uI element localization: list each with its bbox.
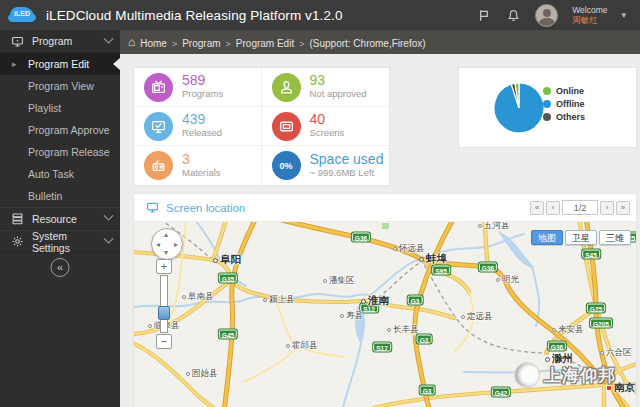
map-type-button[interactable]: 地图 — [531, 230, 563, 245]
map-label-county: 明光 — [496, 274, 519, 286]
sidebar-item-resource[interactable]: Resource — [0, 207, 120, 230]
sidebar-item-label: Program Release — [28, 146, 110, 158]
stat-999-6mb-left[interactable]: 0% Space used ~ 999.6MB Left — [262, 146, 390, 185]
welcome-label: Welcome — [572, 5, 607, 15]
onbon-logo-icon — [514, 362, 540, 388]
map-label-county: 五河县 — [478, 222, 510, 232]
pager-first-button[interactable]: « — [530, 201, 544, 215]
breadcrumb-items: Home>Program>Program Edit>(Support: Chro… — [140, 33, 425, 51]
stat-programs[interactable]: 589 Programs — [134, 68, 262, 107]
sidebar-item-label: Resource — [32, 213, 105, 225]
user-avatar[interactable] — [535, 4, 558, 27]
map-label-county: 固始县 — [186, 368, 218, 380]
percent-badge: 0% — [272, 151, 301, 180]
map-marker-dot — [323, 279, 327, 283]
map-label-city: 阜阳 — [213, 253, 241, 267]
map-label-county: 来安县 — [552, 324, 584, 336]
sidebar-item-program-release[interactable]: Program Release — [0, 141, 120, 163]
sidebar-item-auto-task[interactable]: Auto Task — [0, 163, 120, 185]
map-label-city: 淮南 — [361, 294, 389, 308]
sidebar-item-program-edit[interactable]: ▸ Program Edit — [0, 53, 120, 75]
pie-legend: Online Offline Others — [543, 85, 585, 124]
bell-icon[interactable] — [505, 7, 521, 23]
pan-right-icon[interactable]: ▸ — [174, 241, 178, 249]
breadcrumb-item-program[interactable]: Program — [182, 38, 220, 49]
sidebar-item-program-view[interactable]: Program View — [0, 75, 120, 97]
pan-up-icon[interactable]: ▴ — [164, 231, 168, 239]
breadcrumb-item-home[interactable]: Home — [140, 38, 167, 49]
stat-materials[interactable]: 3 Materials — [134, 146, 262, 185]
main-content: 589 Programs 93 Not approved 439 Release… — [120, 54, 640, 407]
map-marker-dot — [496, 278, 500, 282]
road-shield: G3 — [420, 386, 435, 395]
map-marker-dot — [387, 328, 391, 332]
stat-label: Programs — [182, 87, 223, 100]
sidebar-nav: Program ▸ Program Edit Program View Play… — [0, 30, 120, 253]
legend-dot — [543, 100, 551, 108]
pager-page-indicator[interactable]: 1/2 — [562, 200, 598, 215]
sidebar-item-program-approve[interactable]: Program Approve — [0, 119, 120, 141]
collapse-sidebar-button[interactable]: « — [51, 258, 70, 277]
logo-text: iLED — [14, 10, 30, 17]
tv-icon — [144, 73, 173, 102]
stat-value: 93 — [310, 74, 367, 87]
sidebar-item-bulletin[interactable]: Bulletin — [0, 185, 120, 207]
sidebar-item-playlist[interactable]: Playlist — [0, 97, 120, 119]
road-shield: S45 — [582, 250, 600, 259]
welcome-block[interactable]: Welcome 周敏红 — [572, 5, 607, 25]
road-shield: G25 — [587, 304, 605, 313]
stat-value: 40 — [310, 113, 345, 126]
layers-icon — [10, 211, 25, 226]
zoom-out-button[interactable]: − — [156, 334, 172, 349]
screen-location-header: Screen location « ‹ 1/2 › » — [134, 194, 636, 222]
map-type-switcher: 地图卫星三维 — [529, 230, 631, 245]
pager-last-button[interactable]: » — [616, 201, 630, 215]
zoom-handle[interactable] — [158, 306, 170, 320]
flag-icon[interactable] — [475, 7, 491, 23]
stat-screens[interactable]: 40 Screens — [262, 107, 390, 146]
sidebar: Program ▸ Program Edit Program View Play… — [0, 30, 120, 407]
stat-label: Materials — [182, 166, 221, 179]
map-label-county: 怀远县 — [393, 243, 425, 255]
map-marker-dot — [213, 258, 218, 263]
zoom-track[interactable] — [160, 275, 168, 333]
pan-down-icon[interactable]: ▾ — [164, 249, 168, 257]
stat-released[interactable]: 439 Released — [134, 107, 262, 146]
map-pan-control[interactable]: ▴ ▾ ◂ ▸ — [151, 228, 183, 260]
sidebar-item-label: Program Edit — [28, 58, 89, 70]
active-bullet-icon: ▸ — [12, 53, 17, 75]
screen-icon — [272, 112, 301, 141]
breadcrumb-item-support-chrome-firefox[interactable]: (Support: Chrome,Firefox) — [309, 38, 425, 49]
legend-item-offline: Offline — [543, 98, 585, 110]
screen-location-title: Screen location — [166, 202, 530, 214]
pager-next-button[interactable]: › — [600, 201, 614, 215]
pan-left-icon[interactable]: ◂ — [156, 241, 160, 249]
app-logo: iLED — [8, 5, 38, 25]
map-marker-dot — [340, 314, 344, 318]
map-type-button[interactable]: 三维 — [599, 230, 631, 245]
sidebar-item-system-settings[interactable]: System Settings — [0, 230, 120, 253]
stat-not-approved[interactable]: 93 Not approved — [262, 68, 390, 107]
breadcrumb-item-program-edit[interactable]: Program Edit — [236, 38, 294, 49]
zoom-in-button[interactable]: + — [156, 259, 172, 274]
sidebar-item-label: Bulletin — [28, 190, 62, 202]
chevron-down-icon — [104, 33, 114, 43]
map-canvas[interactable]: ▴ ▾ ◂ ▸ + − 地图卫星三维 上海仰邦 阜阳 — [134, 222, 636, 407]
road-shield: G45 — [219, 330, 237, 339]
stat-label: Not approved — [310, 87, 367, 100]
device-icon — [144, 151, 173, 180]
map-marker-dot — [186, 372, 190, 376]
home-icon[interactable]: ⌂ — [128, 35, 135, 49]
map-marker-dot — [361, 299, 366, 304]
stat-value: 3 — [182, 153, 221, 166]
map-label-county: 霍邱县 — [286, 340, 318, 352]
screen-location-icon — [146, 201, 159, 214]
sidebar-item-program[interactable]: Program — [0, 30, 120, 53]
map-type-button[interactable]: 卫星 — [565, 230, 597, 245]
user-menu-caret-icon[interactable]: ▾ — [621, 10, 626, 20]
pager-prev-button[interactable]: ‹ — [546, 201, 560, 215]
map-zoom-control: + − — [156, 259, 172, 349]
legend-item-others: Others — [543, 111, 585, 123]
map-label-county: 长丰县 — [387, 324, 419, 336]
map-marker-dot — [419, 257, 424, 262]
